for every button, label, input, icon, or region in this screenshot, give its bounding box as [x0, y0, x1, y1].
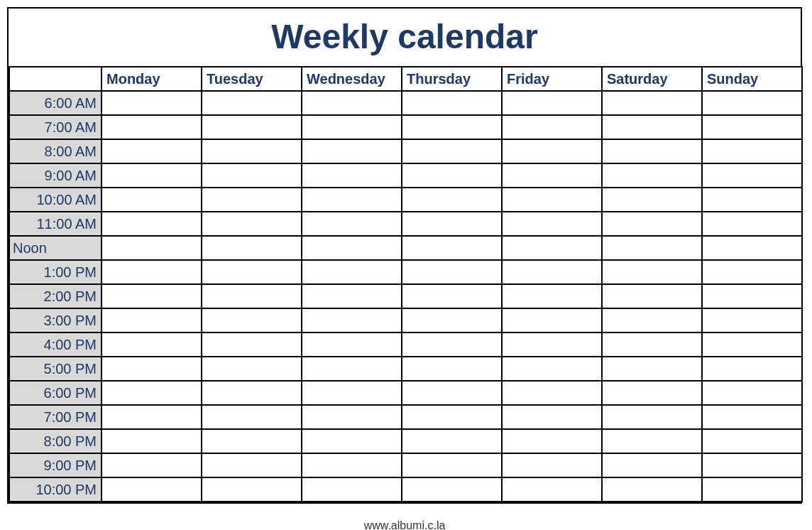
calendar-slot[interactable] [302, 91, 402, 115]
calendar-slot[interactable] [402, 381, 502, 405]
calendar-slot[interactable] [702, 429, 802, 453]
calendar-slot[interactable] [702, 188, 802, 212]
calendar-slot[interactable] [302, 284, 402, 308]
calendar-slot[interactable] [202, 236, 302, 260]
calendar-slot[interactable] [202, 284, 302, 308]
calendar-slot[interactable] [202, 381, 302, 405]
calendar-slot[interactable] [102, 163, 202, 188]
calendar-slot[interactable] [502, 477, 602, 502]
calendar-slot[interactable] [402, 91, 502, 115]
calendar-slot[interactable] [602, 332, 702, 357]
calendar-slot[interactable] [502, 381, 602, 405]
calendar-slot[interactable] [602, 308, 702, 332]
calendar-slot[interactable] [502, 188, 602, 212]
calendar-slot[interactable] [402, 212, 502, 236]
calendar-slot[interactable] [702, 453, 802, 477]
calendar-slot[interactable] [502, 332, 602, 357]
calendar-slot[interactable] [102, 115, 202, 139]
calendar-slot[interactable] [602, 381, 702, 405]
calendar-slot[interactable] [402, 260, 502, 284]
calendar-slot[interactable] [402, 308, 502, 332]
calendar-slot[interactable] [202, 91, 302, 115]
calendar-slot[interactable] [202, 115, 302, 139]
calendar-slot[interactable] [102, 405, 202, 429]
calendar-slot[interactable] [102, 236, 202, 260]
calendar-slot[interactable] [202, 139, 302, 163]
calendar-slot[interactable] [402, 332, 502, 357]
calendar-slot[interactable] [602, 212, 702, 236]
calendar-slot[interactable] [202, 308, 302, 332]
calendar-slot[interactable] [702, 284, 802, 308]
calendar-slot[interactable] [502, 405, 602, 429]
calendar-slot[interactable] [102, 308, 202, 332]
calendar-slot[interactable] [502, 163, 602, 188]
calendar-slot[interactable] [702, 212, 802, 236]
calendar-slot[interactable] [402, 357, 502, 381]
calendar-slot[interactable] [602, 260, 702, 284]
calendar-slot[interactable] [102, 284, 202, 308]
calendar-slot[interactable] [602, 453, 702, 477]
calendar-slot[interactable] [702, 260, 802, 284]
calendar-slot[interactable] [202, 477, 302, 502]
calendar-slot[interactable] [302, 332, 402, 357]
calendar-slot[interactable] [102, 357, 202, 381]
calendar-slot[interactable] [602, 477, 702, 502]
calendar-slot[interactable] [302, 453, 402, 477]
calendar-slot[interactable] [302, 115, 402, 139]
calendar-slot[interactable] [702, 115, 802, 139]
calendar-slot[interactable] [402, 405, 502, 429]
calendar-slot[interactable] [402, 453, 502, 477]
calendar-slot[interactable] [302, 212, 402, 236]
calendar-slot[interactable] [402, 429, 502, 453]
calendar-slot[interactable] [602, 429, 702, 453]
calendar-slot[interactable] [702, 91, 802, 115]
calendar-slot[interactable] [702, 477, 802, 502]
calendar-slot[interactable] [402, 188, 502, 212]
calendar-slot[interactable] [502, 308, 602, 332]
calendar-slot[interactable] [502, 429, 602, 453]
calendar-slot[interactable] [502, 357, 602, 381]
calendar-slot[interactable] [602, 188, 702, 212]
calendar-slot[interactable] [202, 453, 302, 477]
calendar-slot[interactable] [302, 357, 402, 381]
calendar-slot[interactable] [402, 236, 502, 260]
calendar-slot[interactable] [502, 453, 602, 477]
calendar-slot[interactable] [102, 91, 202, 115]
calendar-slot[interactable] [102, 260, 202, 284]
calendar-slot[interactable] [202, 332, 302, 357]
calendar-slot[interactable] [302, 405, 402, 429]
calendar-slot[interactable] [602, 91, 702, 115]
calendar-slot[interactable] [202, 405, 302, 429]
calendar-slot[interactable] [702, 332, 802, 357]
calendar-slot[interactable] [102, 453, 202, 477]
calendar-slot[interactable] [702, 236, 802, 260]
calendar-slot[interactable] [502, 284, 602, 308]
calendar-slot[interactable] [302, 236, 402, 260]
calendar-slot[interactable] [702, 308, 802, 332]
calendar-slot[interactable] [202, 260, 302, 284]
calendar-slot[interactable] [402, 115, 502, 139]
calendar-slot[interactable] [702, 405, 802, 429]
calendar-slot[interactable] [502, 236, 602, 260]
calendar-slot[interactable] [302, 163, 402, 188]
calendar-slot[interactable] [402, 477, 502, 502]
calendar-slot[interactable] [302, 477, 402, 502]
calendar-slot[interactable] [302, 381, 402, 405]
calendar-slot[interactable] [202, 212, 302, 236]
calendar-slot[interactable] [402, 163, 502, 188]
calendar-slot[interactable] [702, 381, 802, 405]
calendar-slot[interactable] [202, 357, 302, 381]
calendar-slot[interactable] [502, 212, 602, 236]
calendar-slot[interactable] [602, 357, 702, 381]
calendar-slot[interactable] [502, 139, 602, 163]
calendar-slot[interactable] [102, 139, 202, 163]
calendar-slot[interactable] [502, 91, 602, 115]
calendar-slot[interactable] [502, 115, 602, 139]
calendar-slot[interactable] [202, 429, 302, 453]
calendar-slot[interactable] [402, 284, 502, 308]
calendar-slot[interactable] [702, 163, 802, 188]
calendar-slot[interactable] [302, 188, 402, 212]
calendar-slot[interactable] [102, 188, 202, 212]
calendar-slot[interactable] [102, 429, 202, 453]
calendar-slot[interactable] [402, 139, 502, 163]
